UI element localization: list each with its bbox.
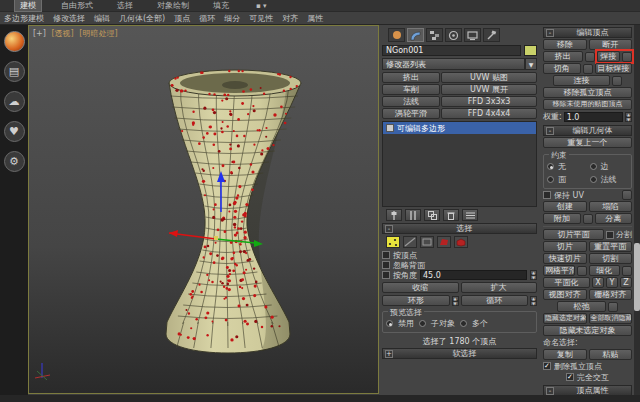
- quickslice-button[interactable]: 快速切片: [543, 253, 587, 264]
- split-checkbox[interactable]: [606, 231, 614, 239]
- pin-stack-icon[interactable]: [386, 209, 402, 221]
- motion-tab-icon[interactable]: [445, 28, 462, 42]
- connect-button[interactable]: 连接: [553, 75, 610, 86]
- object-name-field[interactable]: NGon001: [382, 45, 521, 56]
- panel-vertices[interactable]: 顶点: [174, 13, 190, 24]
- viewport-view-label[interactable]: [透视]: [52, 29, 74, 38]
- angle-value-field[interactable]: 45.0: [420, 270, 527, 280]
- slice-button[interactable]: 切片: [543, 241, 587, 252]
- weld-button[interactable]: 焊接: [597, 51, 621, 62]
- normal-modifier-button[interactable]: 法线: [382, 96, 440, 107]
- extrude-button[interactable]: 挤出: [543, 51, 583, 62]
- planar-y-button[interactable]: Y: [606, 277, 618, 288]
- cloud-icon[interactable]: ☁: [4, 91, 25, 112]
- extrude-modifier-button[interactable]: 挤出: [382, 72, 440, 83]
- checkbox-icon[interactable]: [382, 271, 390, 279]
- by-angle-checkbox[interactable]: 按角度 45.0 ▲▼: [382, 270, 537, 280]
- ribbon-tab-freeform[interactable]: 自由形式: [56, 0, 98, 11]
- target-weld-button[interactable]: 目标焊接: [595, 63, 633, 74]
- edit-geometry-rollout-header[interactable]: - 编辑几何体: [543, 125, 632, 136]
- extrude-settings-button[interactable]: [585, 52, 595, 62]
- configure-modifier-sets-icon[interactable]: [462, 209, 478, 221]
- constraint-none-radio[interactable]: [547, 163, 554, 170]
- shrink-button[interactable]: 收缩: [382, 282, 459, 293]
- slice-plane-button[interactable]: 切片平面: [543, 229, 604, 240]
- remove-modifier-icon[interactable]: [443, 209, 459, 221]
- lathe-modifier-button[interactable]: 车削: [382, 84, 440, 95]
- copy-button[interactable]: 复制: [543, 349, 587, 360]
- constraint-face-radio[interactable]: [547, 176, 554, 183]
- unhide-all-button[interactable]: 全部取消隐藏: [589, 313, 633, 324]
- chamfer-button[interactable]: 切角: [543, 63, 581, 74]
- remove-button[interactable]: 移除: [543, 39, 587, 50]
- soft-selection-rollout-header[interactable]: + 软选择: [382, 348, 537, 359]
- by-vertex-checkbox[interactable]: 按顶点: [382, 250, 537, 260]
- remove-isolated-vertices-button[interactable]: 移除孤立顶点: [543, 87, 632, 98]
- attach-settings-button[interactable]: [583, 214, 593, 224]
- polygon-mode-icon[interactable]: [437, 236, 451, 248]
- loop-spinner[interactable]: ▲▼: [530, 296, 537, 306]
- collapse-icon[interactable]: -: [546, 387, 554, 395]
- ribbon-tab-selection[interactable]: 选择: [112, 0, 138, 11]
- border-mode-icon[interactable]: [420, 236, 434, 248]
- planar-z-button[interactable]: Z: [620, 277, 632, 288]
- panel-polygon-modeling[interactable]: 多边形建模: [4, 13, 44, 24]
- tessellate-button[interactable]: 细化: [589, 265, 621, 276]
- collapse-icon[interactable]: -: [385, 225, 393, 233]
- remove-unused-map-verts-button[interactable]: 移除未使用的贴图顶点: [543, 99, 632, 110]
- hide-unselected-button[interactable]: 隐藏未选定对象: [543, 325, 632, 336]
- show-end-result-icon[interactable]: [405, 209, 421, 221]
- make-unique-icon[interactable]: [424, 209, 440, 221]
- loop-button[interactable]: 循环: [461, 295, 529, 306]
- checkbox-icon[interactable]: [382, 261, 390, 269]
- cut-button[interactable]: 切割: [589, 253, 633, 264]
- turbosmooth-modifier-button[interactable]: 涡轮平滑: [382, 108, 440, 119]
- planar-x-button[interactable]: X: [592, 277, 604, 288]
- full-interactivity-checkbox[interactable]: ✓ 完全交互: [543, 372, 632, 382]
- perspective-viewport[interactable]: [+] [透视] [明暗处理]: [28, 25, 379, 394]
- ring-button[interactable]: 环形: [382, 295, 450, 306]
- grid-align-button[interactable]: 栅格对齐: [589, 289, 633, 300]
- create-tab-icon[interactable]: [388, 28, 405, 42]
- checkbox-checked-icon[interactable]: ✓: [566, 373, 574, 381]
- constraint-edge-radio[interactable]: [590, 163, 597, 170]
- create-button[interactable]: 创建: [543, 201, 587, 212]
- panel-edit[interactable]: 编辑: [94, 13, 110, 24]
- collapse-icon[interactable]: -: [546, 127, 554, 135]
- view-align-button[interactable]: 视图对齐: [543, 289, 587, 300]
- vertex-mode-icon[interactable]: [386, 236, 400, 248]
- msmooth-settings-button[interactable]: [577, 266, 587, 276]
- weight-value-field[interactable]: 1.0: [564, 112, 623, 122]
- panel-align[interactable]: 对齐: [282, 13, 298, 24]
- break-button[interactable]: 断开: [589, 39, 633, 50]
- preview-multi-radio[interactable]: [460, 320, 467, 327]
- preview-disabled-radio[interactable]: [386, 320, 393, 327]
- angle-spinner[interactable]: ▲▼: [530, 270, 537, 280]
- relax-button[interactable]: 松弛: [557, 301, 606, 312]
- checkbox-checked-icon[interactable]: ✓: [543, 362, 551, 370]
- weight-spinner[interactable]: ▲▼: [625, 112, 632, 122]
- panel-loops[interactable]: 循环: [199, 13, 215, 24]
- reset-plane-button[interactable]: 重置平面: [589, 241, 633, 252]
- display-tab-icon[interactable]: [464, 28, 481, 42]
- uvw-map-modifier-button[interactable]: UVW 贴图: [441, 72, 537, 83]
- delete-isolated-vertices-checkbox[interactable]: ✓ 删除孤立顶点: [543, 361, 632, 371]
- heart-icon[interactable]: ♥: [4, 121, 25, 142]
- attach-button[interactable]: 附加: [543, 213, 581, 224]
- edge-mode-icon[interactable]: [403, 236, 417, 248]
- unwrap-uvw-modifier-button[interactable]: UVW 展开: [441, 84, 537, 95]
- gear-icon[interactable]: ⚙: [4, 151, 25, 172]
- modify-tab-icon[interactable]: [407, 28, 424, 42]
- constraint-normal-radio[interactable]: [590, 176, 597, 183]
- panel-visibility[interactable]: 可见性: [249, 13, 273, 24]
- panel-scrollbar-track[interactable]: [634, 25, 640, 402]
- ribbon-collapse-icon[interactable]: ▪ ▾: [256, 2, 266, 10]
- repeat-last-button[interactable]: 重复上一个: [543, 137, 632, 148]
- ring-spinner[interactable]: ▲▼: [452, 296, 459, 306]
- selection-rollout-header[interactable]: - 选择: [382, 223, 537, 234]
- collapse-button[interactable]: 塌陷: [589, 201, 633, 212]
- modifier-list-dropdown[interactable]: 修改器列表 ▼: [382, 58, 537, 70]
- weld-settings-button[interactable]: [622, 52, 632, 62]
- make-planar-button[interactable]: 平面化: [543, 277, 590, 288]
- stack-item-editable-poly[interactable]: 可编辑多边形: [383, 122, 536, 134]
